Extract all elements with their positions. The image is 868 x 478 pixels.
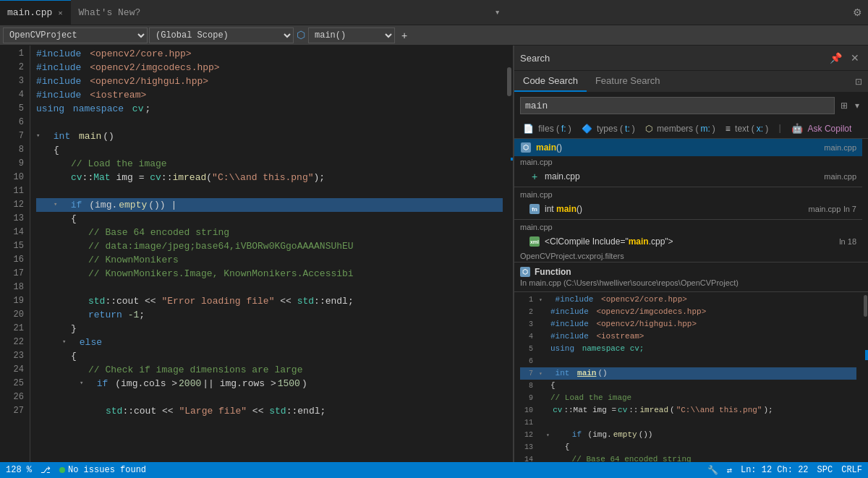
result-func-icon: ⬡ — [520, 142, 532, 153]
search-input-row: ⊞ ▾ — [514, 93, 868, 119]
tab-overflow-arrow[interactable]: ▾ — [489, 0, 506, 25]
space-text: SPC — [817, 465, 833, 475]
result-clcompile[interactable]: xml <ClCompile Include="main.cpp"> ln 18 — [514, 233, 862, 250]
mini-scroll-thumb — [864, 295, 867, 317]
code-line-14: // Base 64 encoded string — [36, 226, 503, 239]
code-line-12: ▾ if (img.empty()) | — [36, 198, 503, 212]
tab-main-cpp-label: main.cpp — [7, 7, 52, 18]
function-icon: ⬡ — [297, 29, 305, 41]
editor-scrollbar[interactable] — [503, 46, 513, 462]
result-method-icon: fn — [529, 203, 540, 215]
code-line-26 — [36, 390, 503, 404]
search-results-area: ⬡ main() main.cpp main.cpp + main.cpp ma… — [514, 139, 868, 462]
code-line-18 — [36, 281, 503, 294]
mini-code-panel: 1▾ #include <opencv2/core.hpp> 2#include… — [514, 292, 868, 462]
search-panel-title: Search — [520, 53, 550, 64]
scroll-thumb — [507, 67, 511, 96]
app-container: main.cpp ✕ What's New? ▾ ⚙ OpenCVProject… — [0, 0, 868, 478]
search-layout-btn[interactable]: ⊞ — [838, 99, 851, 112]
code-line-3: #include <opencv2/highgui.hpp> — [36, 74, 503, 88]
project-select[interactable]: OpenCVProject — [3, 27, 148, 43]
issues-text: No issues found — [68, 465, 146, 475]
filter-files-btn[interactable]: 📄 files (f:) — [520, 122, 574, 135]
mini-code-content[interactable]: 1▾ #include <opencv2/core.hpp> 2#include… — [514, 292, 862, 462]
result-int-main-line: ln 7 — [843, 205, 856, 213]
toolbar-expand-btn[interactable]: + — [396, 27, 412, 43]
position-text: Ln: 12 Ch: 22 — [741, 465, 809, 475]
code-line-16: // KnownMonikers — [36, 253, 503, 267]
status-position[interactable]: Ln: 12 Ch: 22 — [741, 465, 809, 475]
code-line-24: // Check if image dimensions are large — [36, 363, 503, 377]
result-maincpp-file: main.cpp — [824, 172, 856, 181]
line-numbers: 12345 678910 1112131415 1617181920 21222… — [0, 46, 30, 462]
code-line-13: { — [36, 212, 503, 226]
result-main-cpp-file[interactable]: + main.cpp main.cpp — [514, 168, 862, 185]
tab-bar: main.cpp ✕ What's New? ▾ ⚙ — [0, 0, 868, 25]
result-maincpp-name: main.cpp — [545, 171, 820, 182]
search-close-btn[interactable]: ✕ — [848, 51, 862, 65]
line-ending-text: CRLF — [841, 465, 862, 475]
status-zoom[interactable]: 128 % — [6, 465, 32, 475]
editor-pane: 12345 678910 1112131415 1617181920 21222… — [0, 46, 514, 462]
tab-feature-search[interactable]: Feature Search — [587, 71, 669, 92]
code-line-6 — [36, 116, 503, 129]
status-issues[interactable]: No issues found — [59, 465, 146, 475]
code-line-11 — [36, 184, 503, 198]
status-space[interactable]: SPC — [817, 465, 833, 475]
status-branch[interactable]: ⎇ — [41, 465, 51, 476]
result-group-vcxproj: OpenCVProject.vcxproj.filters — [514, 250, 862, 262]
ask-copilot-btn[interactable]: 🤖 Ask Copilot — [788, 121, 854, 135]
detail-path: In main.cpp (C:\Users\hwelliver\source\r… — [520, 278, 862, 287]
code-line-27: std::cout << "Large file" << std::endl; — [36, 404, 503, 418]
code-line-10: cv::Mat img = cv::imread("C:\\and this.p… — [36, 171, 503, 184]
tab-main-cpp-close[interactable]: ✕ — [56, 8, 64, 18]
search-panel: Search 📌 ✕ Code Search Feature Search ⊡ … — [514, 46, 868, 462]
scope-select[interactable]: (Global Scope) — [149, 27, 294, 43]
function-detail-header: ⬡ Function In main.cpp (C:\Users\hwelliv… — [514, 263, 868, 292]
detail-func-icon: ⬡ — [520, 267, 530, 277]
code-line-5: using namespace cv; — [36, 102, 503, 116]
code-area[interactable]: 12345 678910 1112131415 1617181920 21222… — [0, 46, 513, 462]
result-main-func[interactable]: ⬡ main() main.cpp — [514, 139, 862, 156]
code-line-25: ▾ if (img.cols > 2000 || img.rows > 1500… — [36, 377, 503, 390]
mini-highlight-marker — [865, 350, 868, 360]
filter-text-btn[interactable]: ≡ text (x:) — [723, 122, 771, 135]
search-arrow-btn[interactable]: ▾ — [852, 99, 862, 112]
result-main-name: main() — [536, 142, 820, 153]
code-line-23: { — [36, 349, 503, 363]
function-select[interactable]: main() — [308, 27, 395, 43]
code-line-4: #include <iostream> — [36, 88, 503, 102]
search-tabs: Code Search Feature Search ⊡ — [514, 71, 868, 93]
mini-code-scrollbar[interactable] — [862, 292, 868, 462]
result-top-section: ⬡ main() main.cpp main.cpp + main.cpp ma… — [514, 139, 868, 262]
result-int-main[interactable]: fn int main() main.cpp ln 7 — [514, 200, 862, 218]
search-results-scrollbar[interactable] — [862, 139, 868, 262]
filter-members-btn[interactable]: ⬡ members (m:) — [642, 122, 718, 135]
filter-types-btn[interactable]: 🔷 types (t:) — [579, 122, 638, 135]
result-group-1: main.cpp — [514, 156, 862, 168]
filter-separator: | — [777, 123, 783, 134]
function-detail: ⬡ Function In main.cpp (C:\Users\hwelliv… — [514, 262, 868, 462]
branch-icon: ⎇ — [41, 465, 51, 476]
scroll-highlight — [511, 158, 513, 161]
detail-section-label: Function — [535, 267, 571, 277]
tab-code-search[interactable]: Code Search — [514, 71, 587, 92]
toolbar: OpenCVProject (Global Scope) ⬡ main() + — [0, 25, 868, 46]
result-clcompile-line: ln 18 — [839, 237, 856, 246]
search-input-icons: ⊞ ▾ — [838, 99, 862, 112]
status-arrows[interactable]: ⇄ — [727, 465, 732, 476]
editor-settings-btn[interactable]: ⚙ — [850, 5, 865, 20]
result-group-2: main.cpp — [514, 189, 862, 200]
code-content[interactable]: #include <opencv2/core.hpp> #include <op… — [30, 46, 503, 462]
status-line-ending[interactable]: CRLF — [841, 465, 862, 475]
status-wrench[interactable]: 🔧 — [707, 465, 718, 476]
tab-whats-new[interactable]: What's New? — [71, 0, 148, 25]
search-input[interactable] — [520, 97, 835, 114]
result-group-3: main.cpp — [514, 221, 862, 233]
code-line-1: #include <opencv2/core.hpp> — [36, 47, 503, 61]
result-sep-1 — [514, 187, 862, 187]
search-options-btn[interactable]: ⊡ — [852, 75, 865, 88]
tab-main-cpp[interactable]: main.cpp ✕ — [0, 0, 71, 25]
code-line-20: return -1; — [36, 308, 503, 322]
search-pin-btn[interactable]: 📌 — [827, 51, 845, 65]
